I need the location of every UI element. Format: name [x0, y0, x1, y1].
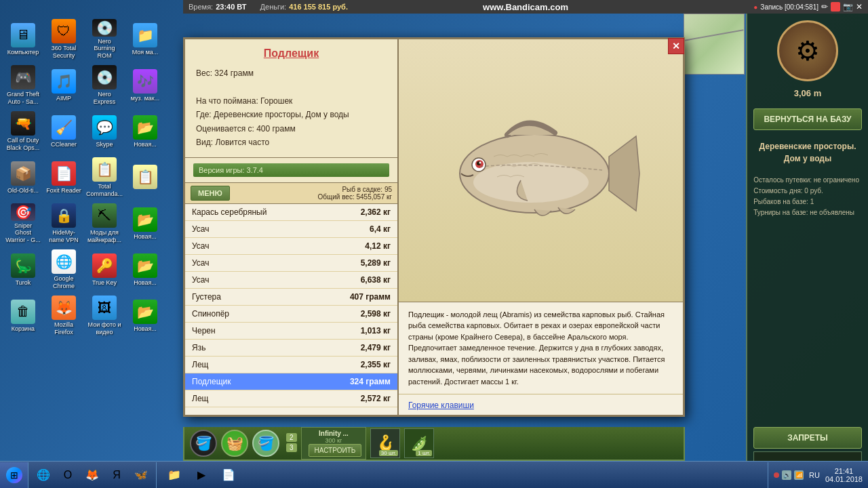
desktop-icon-nova4[interactable]: 📂 Новая...: [125, 293, 165, 339]
taskbar-pinned-icons: 🌐 O 🦊 Я 🦋: [28, 462, 157, 488]
fish-list-row[interactable]: Язь 2,479 кг: [185, 340, 397, 357]
cauldron-button[interactable]: 🪣: [190, 430, 217, 457]
desktop-icon-oldold[interactable]: 📦 Old-Old-ti...: [3, 155, 43, 201]
close-recording-icon[interactable]: ✕: [856, 2, 863, 12]
hotkeys-link[interactable]: Горячие клавиши: [408, 401, 474, 410]
desktop-icon-totalcmd[interactable]: 📋 Total Commanda...: [84, 155, 125, 201]
icon-label-ccleaner: CCleaner: [51, 141, 77, 148]
fish-row-weight: 6,638 кг: [361, 275, 391, 285]
mini-map: [684, 14, 745, 75]
desktop-icon-computer[interactable]: 🖥 Компьютер: [3, 16, 43, 62]
desktop-icon-hidemyname[interactable]: 🔒 HideMy-name VPN: [43, 201, 84, 247]
desktop-icon-nova2[interactable]: 📂 Новая...: [125, 201, 165, 247]
icon-label-mycomp: Моя ма...: [132, 49, 159, 56]
desktop-icon-ccleaner[interactable]: 🧹 CCleaner: [43, 108, 84, 155]
fish-details: Вес: 324 грамм На что поймана: Горошек Г…: [196, 66, 387, 149]
taskbar: ⊞ 🌐 O 🦊 Я 🦋 📁 ▶ 📄 🔊 📶 RU 21:41: [0, 461, 868, 488]
tray-icon-1[interactable]: 🔊: [782, 470, 791, 480]
desktop-icon-googlechrome[interactable]: 🌐 Google Chrome: [43, 247, 84, 293]
bait-item[interactable]: Infinity ... 300 кг НАСТРОИТЬ: [301, 427, 367, 460]
desktop-icon-recycle[interactable]: 🗑 Корзина: [3, 293, 43, 339]
taskbar-ie-icon[interactable]: 🌐: [33, 464, 54, 486]
fish-list-row[interactable]: Усач 4,12 кг: [185, 238, 397, 255]
taskbar-middle: 📁 ▶ 📄: [157, 462, 768, 488]
desktop-icon-totalcmd2[interactable]: 📋: [125, 155, 165, 201]
slot-3[interactable]: 3: [286, 443, 297, 452]
gear-item[interactable]: 🪝 30 шт.: [370, 428, 400, 458]
taskbar-clock: 21:41 04.01.2018: [825, 467, 863, 483]
fish-list[interactable]: Карась серебряный 2,362 кг Усач 6,4 кг У…: [185, 204, 397, 415]
return-to-base-button[interactable]: ВЕРНУТЬСЯ НА БАЗУ: [753, 108, 862, 130]
fish-row-weight: 1,013 кг: [361, 326, 391, 336]
desktop-icon-nero[interactable]: 💿 Nero Burning ROM: [84, 16, 125, 62]
icon-img-firefox: 🦊: [52, 296, 76, 320]
taskbar-yandex-icon[interactable]: Я: [106, 464, 127, 486]
desktop-icon-aimp[interactable]: 🎵 AIMP: [43, 62, 84, 108]
taskbar-butterfly-icon[interactable]: 🦋: [130, 464, 152, 486]
desktop-icon-firefox[interactable]: 🦊 Mozilla Firefox: [43, 293, 84, 339]
fish-list-row[interactable]: Усач 6,4 кг: [185, 221, 397, 238]
clock-date: 04.01.2018: [825, 475, 863, 483]
desktop-icon-mycomp[interactable]: 📁 Моя ма...: [125, 16, 165, 62]
compass-widget: ⚙: [777, 20, 838, 81]
desktop-icon-turok[interactable]: 🦕 Turok: [3, 247, 43, 293]
taskbar-docs-icon[interactable]: 📄: [218, 464, 239, 486]
fish-list-row[interactable]: Подлещик 324 грамм: [185, 373, 397, 390]
bucket-button[interactable]: 🪣: [252, 430, 279, 457]
taskbar-media-icon[interactable]: ▶: [191, 464, 212, 486]
basket-button[interactable]: 🧺: [221, 430, 248, 457]
desktop-icon-sniper[interactable]: 🎯 Sniper Ghost Warrior - G...: [3, 201, 43, 247]
desktop-icon-nova[interactable]: 📂 Новая...: [125, 108, 165, 155]
fish-list-row[interactable]: Густера 407 грамм: [185, 289, 397, 306]
taskbar-opera-icon[interactable]: O: [57, 464, 79, 486]
desktop-icon-skype[interactable]: 💬 Skype: [84, 108, 125, 155]
configure-button[interactable]: НАСТРОИТЬ: [309, 444, 362, 457]
taskbar-folder-icon[interactable]: 📁: [163, 464, 185, 486]
bandicam-watermark: www.Bandicam.com: [483, 2, 568, 12]
icon-label-oldold: Old-Old-ti...: [7, 187, 39, 195]
fish-list-row[interactable]: Усач 6,638 кг: [185, 272, 397, 289]
pea-item[interactable]: 🫛 1 шт.: [404, 428, 434, 458]
tray-icon-2[interactable]: 📶: [794, 470, 804, 480]
desktop-icon-foxit[interactable]: 📄 Foxit Reader: [43, 155, 84, 201]
tray-rec-icon[interactable]: [774, 472, 779, 478]
time-value: 23:40 ВТ: [216, 3, 246, 11]
desktop-icon-muz[interactable]: 🎶 муз. мак...: [125, 62, 165, 108]
desktop-icon-truekey[interactable]: 🔑 True Key: [84, 247, 125, 293]
fish-row-weight: 407 грамм: [350, 292, 391, 302]
icon-label-photos: Мои фото и видео: [87, 321, 122, 336]
hotkeys-section: Горячие клавиши: [399, 394, 683, 415]
forbid-button[interactable]: ЗАПРЕТЫ: [753, 427, 862, 449]
fish-count-val: 95: [384, 186, 392, 193]
fish-list-row[interactable]: Карась серебряный 2,362 кг: [185, 204, 397, 221]
icon-img-gta: 🎮: [11, 65, 35, 89]
game-bottom-bar: 🪣 🧺 🪣 2 3 Infinity ... 300 кг НАСТРОИТЬ …: [183, 427, 685, 461]
trip-fishers: Рыбаков на базе: 1: [753, 197, 862, 207]
fish-list-row[interactable]: Усач 5,289 кг: [185, 255, 397, 272]
icon-img-totalcmd2: 📋: [133, 165, 157, 189]
desktop-icon-photos[interactable]: 🖼 Мои фото и видео: [84, 293, 125, 339]
fish-row-weight: 2,572 кг: [361, 394, 391, 403]
icon-label-computer: Компьютер: [7, 49, 39, 56]
fish-list-row[interactable]: Спинопёр 2,598 кг: [185, 306, 397, 323]
icon-img-callofduty: 🔫: [11, 111, 35, 136]
icon-label-totalcmd: Total Commanda...: [86, 183, 123, 198]
desktop-icon-mods[interactable]: ⛏ Моды для майнкраф...: [84, 201, 125, 247]
fish-list-row[interactable]: Лещ 2,572 кг: [185, 390, 397, 407]
icon-img-truekey: 🔑: [92, 253, 117, 278]
rec-text: Запись [00:04:581]: [760, 3, 818, 11]
desktop-icon-security[interactable]: 🛡 360 Total Security: [43, 16, 84, 62]
fish-list-row[interactable]: Черен 1,013 кг: [185, 323, 397, 340]
desktop-icon-neroexpress[interactable]: 💿 Nero Express: [84, 62, 125, 108]
menu-button[interactable]: МЕНЮ: [191, 186, 230, 201]
fish-list-row[interactable]: Лещ 2,355 кг: [185, 357, 397, 373]
dialog-close-button[interactable]: ✕: [668, 38, 684, 54]
svg-point-1: [473, 162, 589, 203]
start-button[interactable]: ⊞: [0, 462, 28, 488]
desktop-icon-nova3[interactable]: 📂 Новая...: [125, 247, 165, 293]
desktop-icon-gta[interactable]: 🎮 Grand Theft Auto - Sa...: [3, 62, 43, 108]
slot-2[interactable]: 2: [286, 433, 297, 442]
taskbar-firefox-icon[interactable]: 🦊: [81, 464, 103, 486]
taskbar-right: 🔊 📶 RU 21:41 04.01.2018: [768, 462, 868, 488]
desktop-icon-callofduty[interactable]: 🔫 Call of Duty Black Ops...: [3, 108, 43, 155]
